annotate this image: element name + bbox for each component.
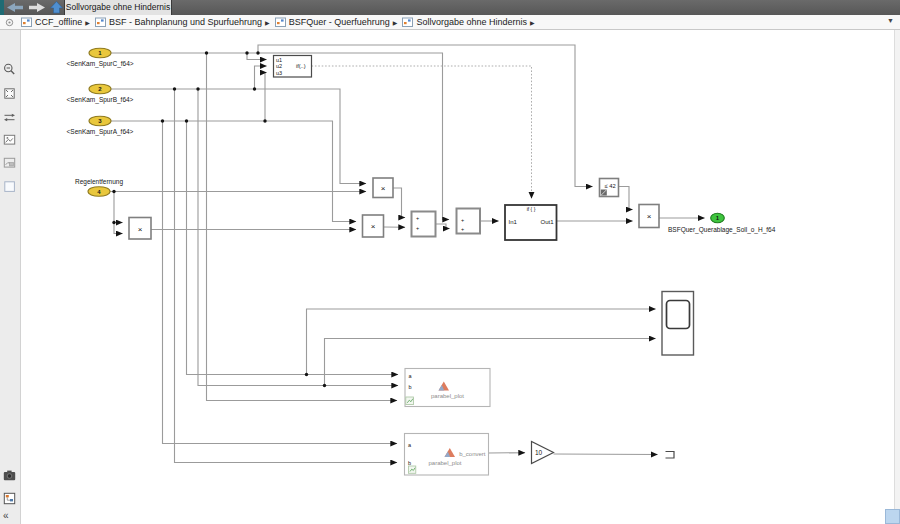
breadcrumb-label: CCF_offline: [35, 17, 82, 27]
wire-spurB-fcnlower-b[interactable]: [175, 89, 398, 463]
matlab-function-lower[interactable]: a b parabel_plot b_convert: [405, 434, 489, 476]
compare-to-constant-block[interactable]: ≤ 42: [600, 179, 619, 197]
palette-toolbar: «: [0, 30, 21, 524]
gain-value: 10: [535, 449, 543, 456]
inport-2[interactable]: 2 <SenKam_SpurB_f64>: [67, 84, 134, 103]
inport-label: <SenKam_SpurB_f64>: [67, 96, 134, 104]
fcn-port-out: b_convert: [459, 451, 486, 457]
plus-sign: +: [461, 217, 464, 223]
inport-4[interactable]: Regelentfernung 4: [75, 178, 123, 196]
multiply-sign: ×: [138, 225, 143, 234]
sum-block-2[interactable]: + +: [457, 209, 481, 234]
up-arrow-icon[interactable]: [51, 2, 63, 14]
nav-arrows: [4, 0, 64, 15]
if-port-u2: u2: [276, 63, 282, 69]
forward-arrow-icon[interactable]: [29, 3, 45, 12]
plus-sign: +: [461, 226, 464, 232]
terminator-symbol[interactable]: [666, 452, 675, 459]
multiply-sign: ×: [371, 222, 376, 231]
product-block-mid[interactable]: ×: [363, 215, 384, 237]
wire-if-action[interactable]: [312, 66, 532, 199]
wire-tap-scope1[interactable]: [307, 309, 656, 375]
sum-block-1[interactable]: + +: [412, 212, 436, 237]
breadcrumb-separator-icon: ▶: [393, 19, 398, 26]
product-block-top[interactable]: ×: [373, 178, 393, 198]
block-diagram: 1 <SenKam_SpurC_f64> 2 <SenKam_SpurB_f64…: [21, 30, 894, 524]
wire-gain-term[interactable]: [554, 454, 658, 455]
resize-corner[interactable]: [885, 509, 900, 524]
outport-label: BSFQuer_Querablage_Soll_o_H_f64: [668, 226, 776, 234]
subsystem-in-label: In1: [509, 219, 518, 225]
chevron-down-icon[interactable]: ▼: [887, 17, 894, 24]
simulink-window: Sollvorgabe ohne Hindernis CCF_offline ▶…: [0, 0, 900, 524]
if-label: if(..): [296, 63, 306, 69]
breadcrumb-label: BSF - Bahnplanung und Spurfuehrung: [109, 17, 262, 27]
back-arrow-icon[interactable]: [7, 3, 23, 12]
if-action-subsystem[interactable]: if { } In1 Out1: [505, 205, 557, 240]
inport-label: <SenKam_SpurA_f64>: [67, 128, 134, 136]
action-port-label: if { }: [527, 206, 536, 212]
image-preview-icon[interactable]: [2, 132, 17, 148]
collapse-browser-icon[interactable]: «: [3, 511, 9, 521]
outport-1[interactable]: 1 BSFQuer_Querablage_Soll_o_H_f64: [668, 213, 776, 233]
inport-label: <SenKam_SpurC_f64>: [66, 60, 133, 68]
active-tab[interactable]: Sollvorgabe ohne Hindernis: [64, 0, 172, 15]
fcn-name: parabel_plot: [428, 460, 461, 466]
wire-regel-sq2[interactable]: [114, 223, 123, 234]
wire-spurA-fcnupper-a[interactable]: [187, 121, 399, 375]
subsystem-out-label: Out1: [540, 219, 554, 225]
breadcrumb-item-subsystem2[interactable]: BSFQuer - Querfuehrung ▶: [273, 17, 401, 27]
zoom-icon[interactable]: [2, 62, 17, 78]
wire-spurA-u3[interactable]: [265, 73, 267, 122]
signal-spec-icon: [406, 397, 414, 405]
subsystem-icon: [275, 17, 286, 27]
tab-title: Sollvorgabe ohne Hindernis: [66, 2, 170, 12]
inport-1[interactable]: 1 <SenKam_SpurC_f64>: [66, 48, 133, 68]
wire-spurA-mult[interactable]: [111, 121, 356, 222]
swap-arrows-icon[interactable]: [2, 110, 17, 126]
wire-regel-sq1[interactable]: [114, 192, 123, 223]
camera-icon[interactable]: [2, 468, 17, 484]
image-capture-icon[interactable]: [2, 155, 17, 171]
tab-bar: Sollvorgabe ohne Hindernis: [0, 0, 900, 16]
matlab-function-upper[interactable]: a b parabel_plot: [405, 369, 490, 407]
fcn-port-b: b: [408, 460, 411, 466]
target-icon[interactable]: [5, 18, 14, 27]
product-block-final[interactable]: ×: [639, 205, 659, 228]
wire-spurB-mult[interactable]: [111, 89, 366, 184]
wire-spurC-sum[interactable]: [111, 53, 449, 220]
fit-to-view-icon[interactable]: [2, 86, 17, 102]
scope-screen: [667, 301, 690, 329]
breadcrumb-separator-icon: ▶: [265, 19, 270, 26]
subsystem-icon: [402, 17, 413, 27]
boolean-type-icon: [601, 190, 607, 196]
breadcrumb-separator-icon: ▶: [530, 19, 535, 26]
breadcrumb-label: Sollvorgabe ohne Hindernis: [416, 17, 527, 27]
multiply-sign: ×: [647, 212, 652, 221]
frame-icon[interactable]: [2, 179, 17, 195]
wire-mult0-sum1[interactable]: [393, 188, 405, 218]
wire-compare-multf[interactable]: [619, 187, 633, 210]
if-block[interactable]: u1 u2 u3 if(..): [274, 56, 312, 78]
fcn-port-b: b: [409, 384, 412, 390]
model-icon: [21, 17, 32, 27]
scope-block[interactable]: [662, 292, 694, 356]
model-browser-icon[interactable]: [2, 491, 17, 507]
model-canvas[interactable]: 1 <SenKam_SpurC_f64> 2 <SenKam_SpurB_f64…: [21, 30, 894, 524]
inport-3[interactable]: 3 <SenKam_SpurA_f64>: [67, 116, 134, 135]
product-block-square[interactable]: ×: [129, 218, 151, 240]
breadcrumb-item-subsystem1[interactable]: BSF - Bahnplanung und Spurfuehrung ▶: [93, 17, 273, 27]
breadcrumb-label: BSFQuer - Querfuehrung: [289, 17, 390, 27]
multiply-sign: ×: [381, 184, 386, 193]
signal-spec-icon: [409, 466, 416, 473]
breadcrumb: CCF_offline ▶ BSF - Bahnplanung und Spur…: [0, 15, 900, 30]
compare-label: ≤ 42: [604, 183, 615, 189]
wire-sum1-sum2[interactable]: [436, 224, 450, 229]
plus-sign: +: [416, 225, 419, 231]
breadcrumb-item-current[interactable]: Sollvorgabe ohne Hindernis ▶: [400, 17, 537, 27]
if-port-u1: u1: [276, 57, 282, 63]
if-port-u3: u3: [276, 70, 282, 76]
gain-block[interactable]: 10: [532, 442, 554, 464]
breadcrumb-item-model[interactable]: CCF_offline ▶: [19, 17, 93, 27]
vertical-scrollbar[interactable]: [894, 30, 900, 524]
